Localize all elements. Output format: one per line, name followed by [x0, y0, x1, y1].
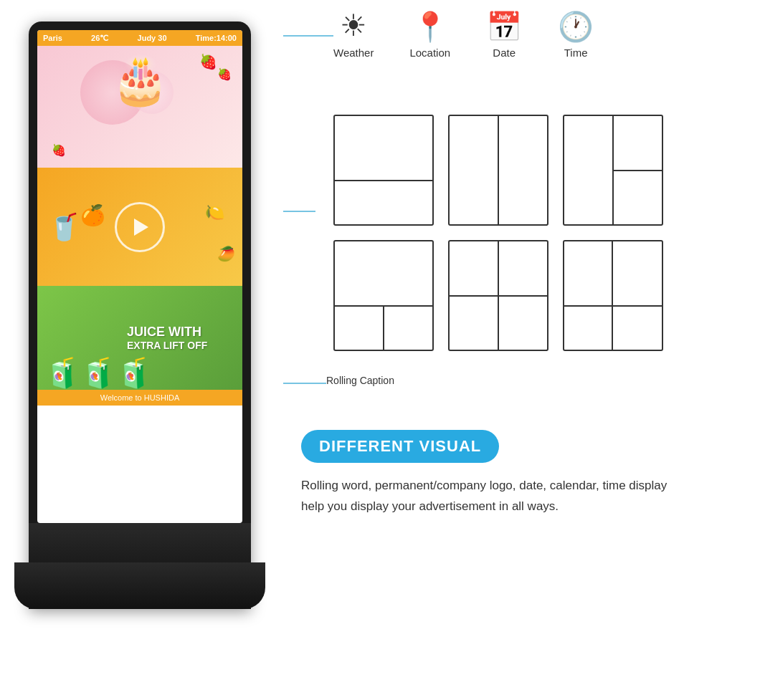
- ad-line2: EXTRA LIFT OFF: [127, 340, 207, 351]
- layout-option-1: [333, 115, 434, 226]
- city-label: Paris: [43, 34, 62, 42]
- strawberry-2: 🍓: [217, 67, 232, 81]
- layout-option-5: [448, 240, 548, 351]
- strawberry-3: 🍓: [52, 143, 66, 157]
- status-bar: Paris 26℃ Judy 30 Time:14:00: [37, 30, 242, 46]
- kiosk-display: Paris 26℃ Judy 30 Time:14:00 🎂 🍓: [22, 21, 258, 638]
- time-icon: 🕐: [558, 12, 594, 41]
- juice-ad-panel: 🧃🧃🧃 JUICE WITH EXTRA LIFT OFF: [37, 286, 242, 390]
- kiosk-stand-base: [14, 562, 265, 609]
- cake-emoji: 🎂: [111, 57, 169, 103]
- layout-option-6: [563, 240, 663, 351]
- layout-3-right: [614, 116, 662, 224]
- play-icon: [134, 219, 148, 236]
- date-icon: 📅: [486, 12, 522, 41]
- layout-3-left: [564, 116, 614, 224]
- layout-5-col2: [499, 241, 547, 350]
- layout-option-2: [448, 115, 548, 226]
- weather-label: Weather: [333, 47, 374, 59]
- layout-option-3: [563, 115, 663, 226]
- weather-icon-item: ☀ Weather: [333, 11, 374, 59]
- different-visual-badge: DIFFERENT VISUAL: [301, 430, 499, 463]
- kiosk-stand-upper: [29, 523, 251, 566]
- temp-label: 26℃: [91, 34, 108, 43]
- rolling-caption-annotation: Rolling Caption: [326, 375, 394, 386]
- juice-emoji: 🥤: [48, 212, 80, 242]
- play-button[interactable]: [115, 202, 165, 252]
- ad-line1: JUICE WITH: [127, 325, 232, 340]
- layout-1-bottom: [335, 181, 432, 224]
- rolling-caption-bar: Welcome to HUSHIDA: [37, 390, 242, 406]
- description-text: Rolling word, permanent/company logo, da…: [301, 476, 674, 517]
- strawberry-1: 🍓: [199, 53, 217, 70]
- location-label: Location: [409, 47, 450, 59]
- time-icon-item: 🕐 Time: [558, 12, 594, 59]
- location-icon: 📍: [412, 12, 448, 41]
- weather-icon: ☀: [340, 11, 367, 41]
- juice-panel: 🥤 🍊 🍋 🥭: [37, 168, 242, 286]
- layout-2-col2: [499, 116, 547, 224]
- rolling-caption-text: Welcome to HUSHIDA: [100, 393, 179, 402]
- layout-option-4: [333, 240, 434, 351]
- layout-options-grid: [333, 115, 663, 351]
- location-icon-item: 📍 Location: [409, 12, 450, 59]
- bottle-emojis: 🧃🧃🧃: [44, 356, 152, 390]
- time-label: Time: [564, 47, 588, 59]
- layout-1-top: [335, 116, 432, 181]
- time-label: Time:14:00: [196, 34, 237, 42]
- ad-text-block: JUICE WITH EXTRA LIFT OFF: [127, 325, 232, 351]
- cake-panel: 🎂 🍓 🍓 🍓: [37, 46, 242, 168]
- kiosk-screen: Paris 26℃ Judy 30 Time:14:00 🎂 🍓: [37, 30, 242, 523]
- bottom-section: DIFFERENT VISUAL Rolling word, permanent…: [301, 430, 746, 517]
- layout-5-col1: [450, 241, 499, 350]
- layout-2-col1: [450, 116, 499, 224]
- date-icon-item: 📅 Date: [486, 12, 522, 59]
- date-label: Judy 30: [138, 34, 167, 42]
- feature-icons-row: ☀ Weather 📍 Location 📅 Date 🕐 Time: [333, 11, 594, 59]
- date-label: Date: [493, 47, 516, 59]
- rolling-caption-label: Rolling Caption: [326, 375, 394, 386]
